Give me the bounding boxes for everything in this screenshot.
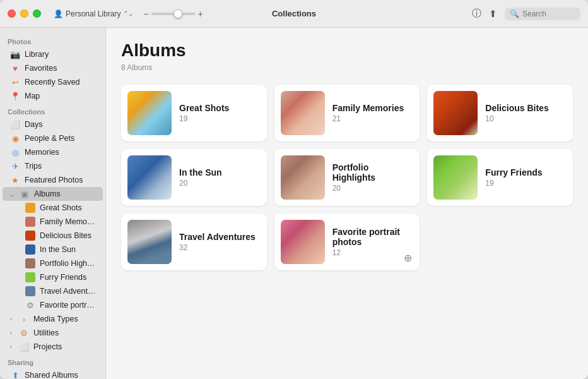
- sidebar-item-people-pets[interactable]: ◉People & Pets: [3, 131, 103, 145]
- sidebar-item-travel-adventures[interactable]: Travel Adventures: [3, 284, 103, 298]
- shared-albums-icon: ⬆: [10, 370, 20, 379]
- favorite-portrait-icon: ⚙: [25, 300, 35, 310]
- album-info: Family Memories21: [332, 103, 414, 123]
- sidebar-item-label: Travel Adventures: [40, 287, 97, 296]
- sidebar-item-favorite-portrait[interactable]: ⚙Favorite portrait photos: [3, 298, 103, 312]
- sidebar-item-shared-albums[interactable]: ⬆Shared Albums: [3, 368, 103, 379]
- album-card-delicious-bites[interactable]: Delicious Bites10: [427, 85, 573, 141]
- album-name: Family Memories: [332, 103, 414, 113]
- album-info: Great Shots19: [179, 103, 261, 123]
- sidebar-item-utilities[interactable]: ›⚙Utilities: [3, 326, 103, 340]
- chevron-icon: ⌃⌄: [123, 10, 133, 17]
- album-info: Portfolio Highlights20: [332, 162, 414, 193]
- album-card-family-memories[interactable]: Family Memories21: [274, 85, 420, 141]
- favorites-icon: ♥: [10, 63, 20, 73]
- sidebar-item-delicious-bites[interactable]: Delicious Bites: [3, 229, 103, 243]
- disclosure-open-arrow: ⌵: [10, 191, 14, 198]
- zoom-plus-icon[interactable]: +: [198, 9, 203, 18]
- sidebar-item-trips[interactable]: ✈Trips: [3, 159, 103, 173]
- album-thumb-furry-friends: [433, 155, 478, 200]
- sidebar-item-media-types[interactable]: ››Media Types: [3, 312, 103, 326]
- disclosure-arrow: ›: [10, 316, 12, 322]
- album-options-icon[interactable]: ⊕: [404, 252, 412, 264]
- zoom-slider[interactable]: − +: [143, 9, 203, 18]
- minimize-button[interactable]: [20, 9, 28, 18]
- projects-icon: ⬜: [19, 342, 29, 352]
- sidebar-item-label: Portfolio Highlights: [40, 259, 97, 268]
- sidebar-item-label: Shared Albums: [25, 371, 78, 379]
- album-count: 12: [332, 248, 414, 257]
- album-card-travel-adventures[interactable]: Travel Adventures32: [121, 214, 267, 270]
- album-card-furry-friends[interactable]: Furry Friends19: [427, 149, 573, 206]
- album-name: Favorite portrait photos: [332, 227, 414, 247]
- sidebar-item-family-memories[interactable]: Family Memories: [3, 215, 103, 229]
- album-count: 32: [179, 243, 261, 252]
- sidebar-section-label: Collections: [0, 103, 105, 117]
- album-card-portfolio-highlights[interactable]: Portfolio Highlights20: [274, 149, 420, 206]
- app-window: 👤 Personal Library ⌃⌄ − + Collections ⓘ …: [0, 0, 588, 379]
- sidebar-item-portfolio-highlights[interactable]: Portfolio Highlights: [3, 256, 103, 270]
- albums-icon: ▣: [20, 189, 30, 199]
- album-thumb-favorite-portrait: [281, 220, 325, 264]
- album-count: 19: [179, 114, 261, 123]
- sidebar-item-label: Library: [25, 50, 49, 59]
- sidebar-item-furry-friends[interactable]: Furry Friends: [3, 270, 103, 284]
- titlebar-left: 👤 Personal Library ⌃⌄ − +: [54, 9, 203, 18]
- title-text: Collections: [272, 9, 316, 18]
- sidebar-item-projects[interactable]: ›⬜Projects: [3, 340, 103, 354]
- sidebar-item-label: Trips: [25, 162, 42, 171]
- album-info: Favorite portrait photos12: [332, 227, 414, 257]
- sidebar-item-days[interactable]: ⬜Days: [3, 117, 103, 131]
- trips-icon: ✈: [10, 161, 20, 171]
- app-body: Photos📷Library♥Favorites↩Recently Saved📍…: [0, 28, 588, 379]
- sidebar-item-favorites[interactable]: ♥Favorites: [3, 61, 103, 75]
- album-count: 8 Albums: [121, 63, 573, 72]
- album-name: Delicious Bites: [485, 103, 567, 113]
- search-box[interactable]: 🔍: [505, 8, 580, 20]
- album-thumb-in-the-sun: [127, 155, 172, 200]
- album-card-favorite-portrait[interactable]: Favorite portrait photos12⊕: [274, 214, 420, 270]
- share-icon[interactable]: ⬆: [489, 8, 497, 20]
- great-shots-icon: [25, 203, 35, 213]
- slider-track[interactable]: [151, 13, 196, 15]
- sidebar-item-label: Great Shots: [40, 203, 82, 212]
- sidebar-item-label: Favorites: [25, 64, 57, 73]
- delicious-bites-icon: [25, 231, 35, 241]
- sidebar-item-map[interactable]: 📍Map: [3, 89, 103, 103]
- sidebar-item-featured-photos[interactable]: ★Featured Photos: [3, 173, 103, 187]
- maximize-button[interactable]: [33, 9, 41, 18]
- zoom-minus-icon[interactable]: −: [143, 9, 148, 18]
- map-icon: 📍: [10, 91, 20, 101]
- in-the-sun-icon: [25, 244, 35, 255]
- sidebar-item-recently-saved[interactable]: ↩Recently Saved: [3, 75, 103, 89]
- album-info: Delicious Bites10: [485, 103, 567, 123]
- sidebar-item-in-the-sun[interactable]: In the Sun: [3, 243, 103, 256]
- sidebar-item-memories[interactable]: ◎Memories: [3, 145, 103, 159]
- album-card-great-shots[interactable]: Great Shots19: [121, 85, 267, 141]
- media-types-icon: ›: [19, 314, 29, 324]
- album-count: 20: [332, 184, 414, 193]
- album-card-in-the-sun[interactable]: In the Sun20: [121, 149, 267, 206]
- sidebar-item-label: People & Pets: [25, 134, 74, 143]
- sidebar-item-label: Furry Friends: [40, 273, 86, 282]
- albums-grid: Great Shots19Family Memories21Delicious …: [121, 85, 573, 270]
- utilities-icon: ⚙: [19, 328, 29, 338]
- album-name: Portfolio Highlights: [332, 162, 414, 183]
- library-icon: 📷: [10, 49, 20, 59]
- info-icon[interactable]: ⓘ: [472, 8, 481, 20]
- sidebar-item-library[interactable]: 📷Library: [3, 47, 103, 61]
- slider-thumb[interactable]: [173, 9, 182, 18]
- album-name: In the Sun: [179, 167, 261, 177]
- main-content: Albums 8 Albums Great Shots19Family Memo…: [106, 28, 588, 379]
- sidebar-item-label: Utilities: [33, 328, 59, 337]
- sidebar-item-label: Albums: [34, 190, 61, 198]
- sidebar-item-great-shots[interactable]: Great Shots: [3, 201, 103, 215]
- family-memories-icon: [25, 217, 35, 227]
- page-title: Albums: [121, 40, 573, 61]
- album-name: Travel Adventures: [179, 232, 261, 242]
- close-button[interactable]: [8, 9, 16, 18]
- search-input[interactable]: [522, 9, 579, 18]
- library-selector[interactable]: 👤 Personal Library ⌃⌄: [54, 9, 133, 18]
- sidebar-item-albums[interactable]: ⌵▣Albums: [3, 187, 103, 201]
- album-thumb-delicious-bites: [433, 91, 478, 135]
